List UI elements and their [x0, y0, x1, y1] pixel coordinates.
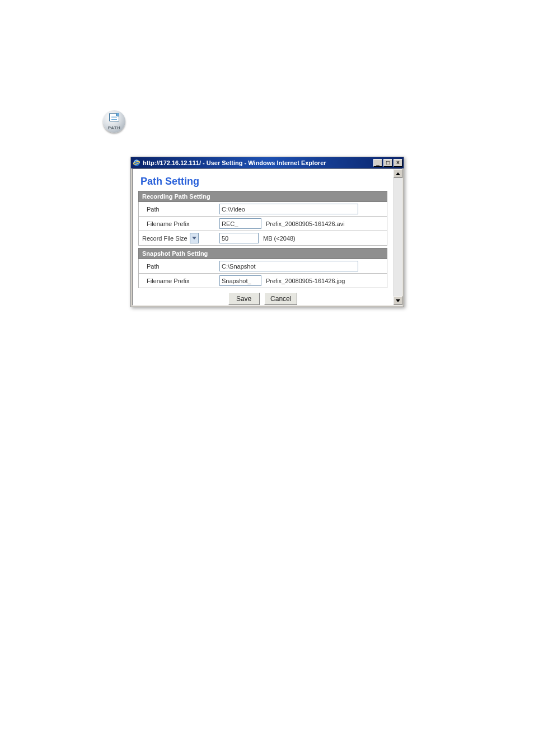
chevron-down-icon: [192, 237, 196, 240]
save-button[interactable]: Save: [228, 293, 260, 305]
page-title: Path Setting: [140, 176, 387, 187]
scroll-down-button[interactable]: [394, 296, 402, 305]
snapshot-prefix-hint: Prefix_20080905-161426.jpg: [266, 278, 345, 284]
cancel-button[interactable]: Cancel: [264, 293, 297, 305]
recording-path-input[interactable]: [219, 204, 358, 214]
record-file-size-hint: MB (<2048): [263, 235, 296, 242]
recording-path-label: Path: [139, 204, 217, 215]
snapshot-section-header: Snapshot Path Setting: [138, 248, 387, 259]
path-icon-button[interactable]: PATH: [103, 110, 125, 133]
button-row: Save Cancel: [138, 293, 387, 305]
path-icon-label: PATH: [103, 125, 125, 130]
ie-window: http://172.16.12.111/ - User Setting - W…: [130, 157, 404, 307]
snapshot-prefix-row: Filename Prefix Prefix_20080905-161426.j…: [138, 274, 387, 288]
recording-prefix-hint: Prefix_20080905-161426.avi: [266, 220, 345, 227]
window-title: http://172.16.12.111/ - User Setting - W…: [143, 159, 372, 166]
recording-prefix-row: Filename Prefix Prefix_20080905-161426.a…: [138, 217, 387, 231]
client-area: Path Setting Recording Path Setting Path…: [132, 168, 402, 306]
recording-section-header: Recording Path Setting: [138, 191, 387, 202]
page-content: Path Setting Recording Path Setting Path…: [133, 169, 393, 305]
record-file-size-dropdown[interactable]: [190, 233, 199, 243]
scroll-track[interactable]: [394, 178, 402, 296]
recording-prefix-label: Filename Prefix: [139, 218, 217, 229]
snapshot-path-input[interactable]: [219, 261, 358, 271]
snapshot-path-label: Path: [139, 261, 217, 272]
recording-prefix-input[interactable]: [219, 218, 261, 229]
close-button[interactable]: ×: [394, 159, 402, 167]
snapshot-prefix-label: Filename Prefix: [139, 275, 217, 287]
titlebar[interactable]: http://172.16.12.111/ - User Setting - W…: [131, 157, 404, 168]
maximize-button[interactable]: □: [383, 159, 392, 167]
snapshot-path-row: Path: [138, 259, 387, 274]
record-file-size-label: Record File Size: [142, 235, 188, 242]
vertical-scrollbar[interactable]: [393, 169, 402, 305]
minimize-button[interactable]: _: [373, 159, 382, 167]
snapshot-prefix-input[interactable]: [219, 275, 261, 286]
document-icon: [109, 113, 119, 121]
scroll-up-button[interactable]: [394, 169, 402, 178]
record-file-size-input[interactable]: [219, 233, 259, 243]
record-file-size-row: Record File Size MB (<2048): [138, 231, 387, 246]
ie-logo-icon: [133, 159, 140, 167]
recording-path-row: Path: [138, 202, 387, 217]
